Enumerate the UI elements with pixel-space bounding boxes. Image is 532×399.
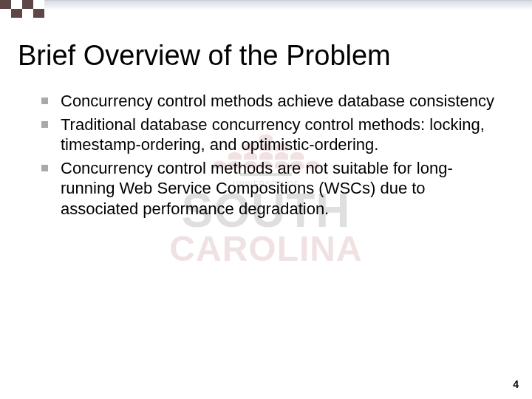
- slide-content: Brief Overview of the Problem Concurrenc…: [0, 18, 532, 219]
- bullet-item: Concurrency control methods achieve data…: [41, 91, 507, 112]
- bullet-item: Traditional database concurrency control…: [41, 115, 507, 155]
- header-bar: [0, 0, 532, 18]
- bullet-list: Concurrency control methods achieve data…: [18, 91, 507, 219]
- header-checker-icon: [0, 0, 44, 18]
- header-ribbon: [44, 0, 532, 10]
- page-number: 4: [513, 378, 519, 390]
- bullet-item: Concurrency control methods are not suit…: [41, 158, 507, 219]
- watermark-line3: CAROLINA: [133, 233, 399, 265]
- slide-title: Brief Overview of the Problem: [18, 40, 507, 72]
